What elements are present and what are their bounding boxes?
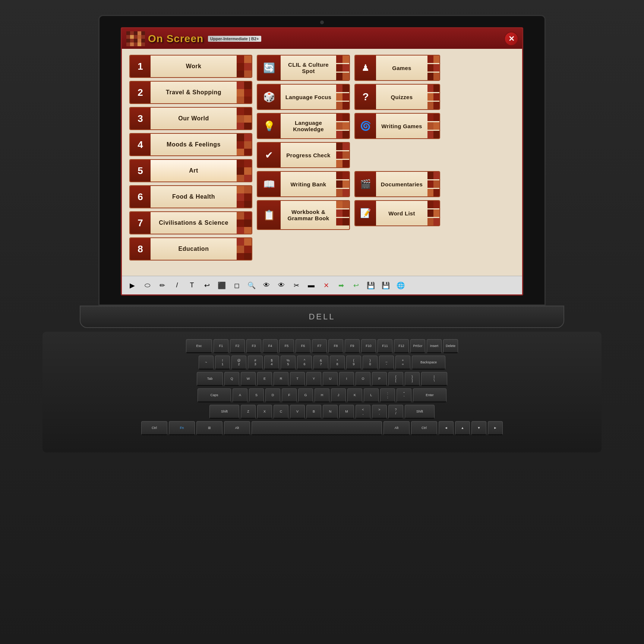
- key-q[interactable]: Q: [224, 372, 239, 386]
- key-fn[interactable]: Fn: [169, 421, 195, 435]
- key-rshift[interactable]: Shift: [405, 405, 435, 419]
- tb-delete[interactable]: ✕: [319, 279, 333, 292]
- tb-save1[interactable]: 💾: [364, 279, 378, 292]
- key-d[interactable]: D: [265, 388, 280, 402]
- feature-writing-bank[interactable]: 📖 Writing Bank: [257, 171, 350, 197]
- key-1[interactable]: !1: [215, 356, 230, 370]
- key-b[interactable]: B: [306, 405, 321, 419]
- key-semicolon[interactable]: :;: [380, 388, 395, 402]
- feature-progress-check[interactable]: ✔ Progress Check: [257, 142, 350, 168]
- key-f6[interactable]: F6: [296, 339, 310, 353]
- key-rbracket[interactable]: }]: [405, 372, 420, 386]
- key-7[interactable]: &7: [313, 356, 328, 370]
- key-alt-r[interactable]: Alt: [383, 421, 410, 435]
- key-period[interactable]: >.: [372, 405, 387, 419]
- key-f[interactable]: F: [282, 388, 297, 402]
- key-esc[interactable]: Esc: [186, 339, 212, 353]
- key-ctrl-r[interactable]: Ctrl: [411, 421, 437, 435]
- key-backtick[interactable]: ~: [199, 356, 214, 370]
- tb-globe[interactable]: 🌐: [394, 279, 407, 292]
- key-f12[interactable]: F12: [394, 339, 409, 353]
- key-w[interactable]: W: [241, 372, 256, 386]
- extra-games[interactable]: ♟ Games: [354, 55, 440, 81]
- key-insert[interactable]: Insert: [427, 339, 442, 353]
- feature-language-knowledge[interactable]: 💡 Language Knowledge: [257, 113, 350, 139]
- key-left[interactable]: ◄: [439, 421, 454, 435]
- tb-back[interactable]: ↩: [349, 279, 363, 292]
- tb-text[interactable]: T: [185, 279, 199, 292]
- tb-save2[interactable]: 💾: [379, 279, 392, 292]
- key-k[interactable]: K: [347, 388, 362, 402]
- topic-7[interactable]: 7 Civilisations & Science: [129, 211, 252, 234]
- key-g[interactable]: G: [298, 388, 313, 402]
- key-f2[interactable]: F2: [230, 339, 245, 353]
- close-button[interactable]: ✕: [504, 32, 518, 46]
- tb-fwd[interactable]: ➡: [334, 279, 348, 292]
- key-y[interactable]: Y: [306, 372, 321, 386]
- feature-language-focus[interactable]: 🎲 Language Focus: [257, 84, 350, 110]
- key-h[interactable]: H: [315, 388, 329, 402]
- topic-6[interactable]: 6 Food & Health: [129, 185, 252, 208]
- key-m[interactable]: M: [339, 405, 354, 419]
- key-n[interactable]: N: [323, 405, 338, 419]
- extra-documentaries[interactable]: 🎬 Documentaries: [354, 171, 440, 197]
- tb-minus[interactable]: ▬: [304, 279, 318, 292]
- key-0[interactable]: )0: [363, 356, 378, 370]
- tb-play[interactable]: ▶: [126, 279, 139, 292]
- key-f1[interactable]: F1: [214, 339, 228, 353]
- key-i[interactable]: I: [339, 372, 354, 386]
- key-u[interactable]: U: [323, 372, 338, 386]
- key-e[interactable]: E: [257, 372, 272, 386]
- key-lbracket[interactable]: {[: [388, 372, 403, 386]
- topic-1[interactable]: 1 Work: [129, 55, 252, 78]
- topic-4[interactable]: 4 Moods & Feelings: [129, 133, 252, 156]
- key-6[interactable]: ^6: [297, 356, 312, 370]
- key-up[interactable]: ▲: [455, 421, 470, 435]
- key-lshift[interactable]: Shift: [209, 405, 239, 419]
- key-9[interactable]: (9: [346, 356, 361, 370]
- key-right[interactable]: ►: [488, 421, 503, 435]
- key-equals[interactable]: +=: [395, 356, 410, 370]
- key-f8[interactable]: F8: [328, 339, 343, 353]
- topic-5[interactable]: 5 Art: [129, 159, 252, 182]
- extra-quizzes[interactable]: ? Quizzes: [354, 84, 440, 110]
- key-3[interactable]: #3: [248, 356, 263, 370]
- key-delete[interactable]: Delete: [443, 339, 458, 353]
- feature-workbook[interactable]: 📋 Workbook & Grammar Book: [257, 200, 350, 230]
- key-s[interactable]: S: [249, 388, 264, 402]
- key-comma[interactable]: <,: [356, 405, 370, 419]
- topic-2[interactable]: 2 Travel & Shopping: [129, 81, 252, 104]
- key-tab[interactable]: Tab: [197, 372, 223, 386]
- tb-undo[interactable]: ↩: [200, 279, 214, 292]
- key-f3[interactable]: F3: [246, 339, 261, 353]
- tb-oval[interactable]: ⬭: [141, 279, 154, 292]
- key-r[interactable]: R: [274, 372, 288, 386]
- extra-writing-games[interactable]: 🌀 Writing Games: [354, 113, 440, 139]
- key-f4[interactable]: F4: [263, 339, 278, 353]
- tb-eye1[interactable]: 👁: [260, 279, 273, 292]
- key-v[interactable]: V: [290, 405, 305, 419]
- key-o[interactable]: O: [356, 372, 370, 386]
- tb-rect[interactable]: ⬛: [215, 279, 228, 292]
- key-f7[interactable]: F7: [312, 339, 327, 353]
- key-p[interactable]: P: [372, 372, 387, 386]
- key-8[interactable]: *8: [330, 356, 345, 370]
- key-win[interactable]: ⊞: [196, 421, 222, 435]
- key-a[interactable]: A: [233, 388, 247, 402]
- key-5[interactable]: %5: [281, 356, 296, 370]
- extra-word-list[interactable]: 📝 Word List: [354, 200, 440, 226]
- key-enter[interactable]: Enter: [413, 388, 446, 402]
- key-4[interactable]: $4: [264, 356, 279, 370]
- tb-pen2[interactable]: /: [170, 279, 184, 292]
- key-ctrl-l[interactable]: Ctrl: [141, 421, 167, 435]
- topic-8[interactable]: 8 Education: [129, 237, 252, 261]
- tb-eraser[interactable]: ◻: [230, 279, 243, 292]
- key-space[interactable]: [252, 421, 382, 435]
- key-2[interactable]: @2: [231, 356, 246, 370]
- key-f10[interactable]: F10: [361, 339, 376, 353]
- key-t[interactable]: T: [290, 372, 305, 386]
- tb-scissors[interactable]: ✂: [290, 279, 303, 292]
- key-quote[interactable]: "': [397, 388, 411, 402]
- key-l[interactable]: L: [364, 388, 379, 402]
- key-caps[interactable]: Caps: [198, 388, 231, 402]
